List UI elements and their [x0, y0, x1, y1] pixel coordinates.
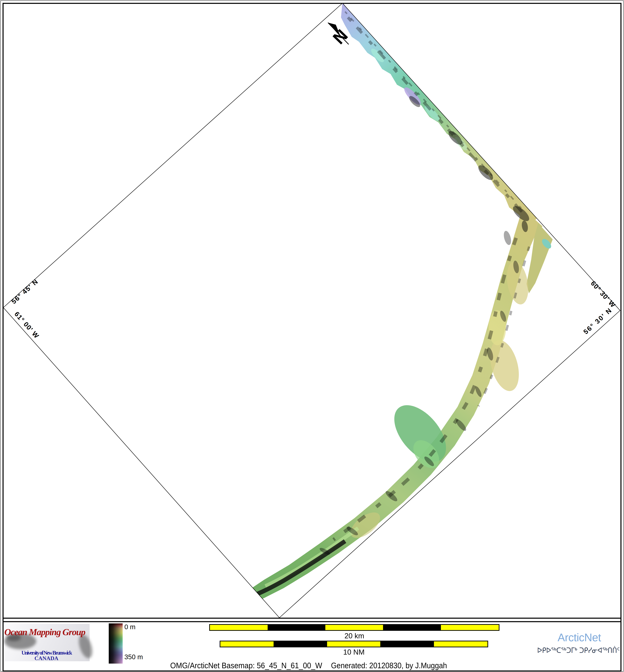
scalebar-segment	[220, 641, 274, 647]
omg-country: CANADA	[34, 655, 58, 661]
basemap-page: 56° 45' N 61° 00' W 60° 30' W 56° 30' N …	[0, 0, 624, 672]
caption-generated: Generated: 20120830, by J.Muggah	[331, 661, 447, 670]
basemap-canvas: 56° 45' N 61° 00' W 60° 30' W 56° 30' N …	[0, 0, 624, 672]
depth-colorbar-shading	[109, 623, 123, 664]
caption-basemap: OMG/ArcticNet Basemap: 56_45_N_61_00_W	[170, 661, 322, 670]
omg-logo: Ocean Mapping Group University of New Br…	[4, 624, 95, 661]
scalebar-10nm-label: 10 NM	[343, 648, 364, 656]
arcticnet-syllabics: ᐅᑭᐅᖅᑕᖅᑐᒥᒃ ᑐᑭᓯᓂᐊᖅᑎᑏᑦ	[537, 646, 620, 654]
depth-min-label: 0 m	[124, 623, 135, 631]
omg-title: Ocean Mapping Group	[4, 627, 85, 637]
map-caption: OMG/ArcticNet Basemap: 56_45_N_61_00_W G…	[170, 661, 447, 670]
page-background	[0, 0, 624, 672]
scalebar-segment	[441, 625, 499, 630]
depth-max-label: 350 m	[124, 653, 143, 661]
scalebar-segment	[326, 625, 383, 630]
arcticnet-name: ArcticNet	[557, 631, 601, 644]
scalebar-segment	[434, 641, 488, 647]
omg-university: University of New Brunswick	[22, 650, 72, 656]
scalebar-segment	[327, 641, 380, 647]
scalebar-segment	[210, 625, 268, 630]
scalebar-20km-label: 20 km	[344, 632, 364, 640]
